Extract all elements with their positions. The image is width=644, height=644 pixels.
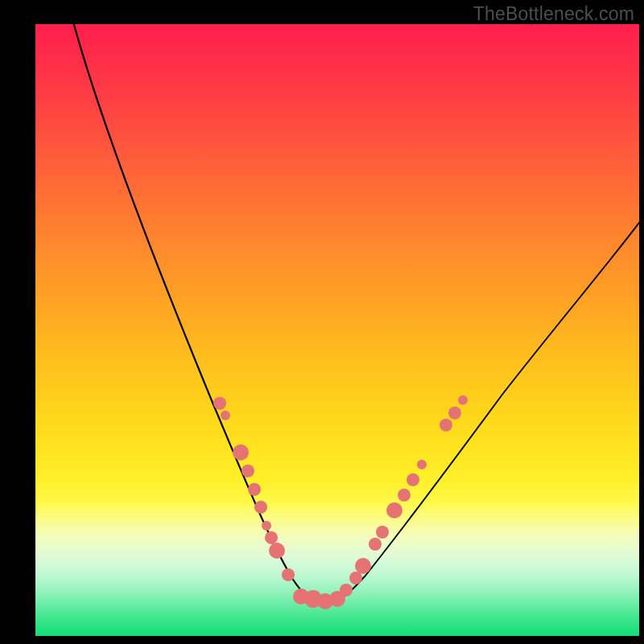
plot-area xyxy=(35,24,639,636)
right-curve xyxy=(324,217,639,606)
data-bead xyxy=(254,501,267,514)
data-bead xyxy=(329,591,345,607)
data-bead xyxy=(269,543,285,559)
data-bead xyxy=(304,590,322,608)
watermark-text: TheBottleneck.com xyxy=(473,3,634,25)
data-bead xyxy=(398,489,411,502)
data-bead xyxy=(233,444,249,460)
data-bead xyxy=(221,411,230,420)
data-bead xyxy=(386,502,402,518)
data-bead xyxy=(440,419,452,431)
left-curve xyxy=(72,24,324,606)
data-bead xyxy=(248,483,261,496)
data-bead xyxy=(293,588,309,605)
data-bead xyxy=(448,407,461,419)
data-bead xyxy=(407,473,419,486)
data-bead xyxy=(417,460,427,469)
data-bead xyxy=(355,558,371,574)
data-bead xyxy=(369,538,382,551)
chart-frame: TheBottleneck.com xyxy=(0,0,644,644)
data-bead xyxy=(317,593,333,609)
data-bead xyxy=(242,464,254,477)
data-bead xyxy=(265,531,278,544)
data-bead xyxy=(282,568,295,581)
curve-layer xyxy=(35,24,639,636)
data-bead xyxy=(340,584,353,597)
data-bead xyxy=(262,521,271,530)
data-bead xyxy=(376,526,389,539)
data-bead xyxy=(349,572,362,584)
data-bead xyxy=(213,397,226,410)
data-bead xyxy=(458,395,468,405)
bead-layer xyxy=(35,24,639,636)
